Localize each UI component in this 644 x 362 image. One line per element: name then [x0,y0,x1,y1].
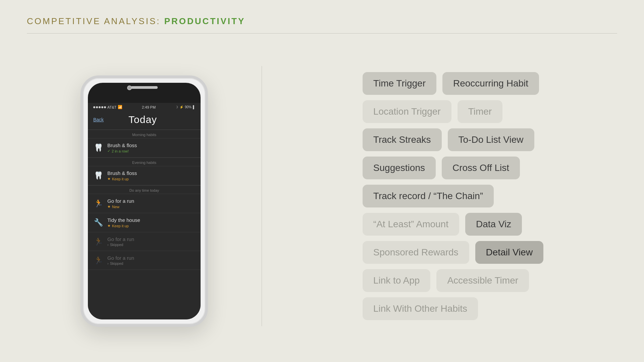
star-icon-evening: ★ [107,177,111,181]
feature-row-4: Suggestions Cross Off List [363,157,543,179]
status-left: AT&T 📶 [93,105,122,109]
feature-row-3: Track Streaks To-Do List View [363,128,543,151]
habit-info-run-1: Go for a run ★ New [107,198,195,209]
habit-name-run-1: Go for a run [107,198,195,204]
habit-item-run-2: 🏃 Go for a run › Skipped [88,232,201,251]
habit-item-tidy: 🔧 Tidy the house ★ Keep it up [88,213,201,232]
phone-speaker [131,86,158,89]
feature-tag-time-trigger[interactable]: Time Trigger [363,72,436,95]
habit-list: Morning habits 🦷 Brush & floss ✓ 2 in a … [88,130,201,270]
section-label-anytime: Do any time today [88,185,201,194]
habit-sub-run-2: › Skipped [107,243,195,247]
feature-row-7: Sponsored Rewards Detail View [363,241,543,264]
run-icon-1: 🏃 [93,198,103,208]
status-right: ☽ ⚡ 90% ▌ [175,105,195,109]
tooth-icon-evening: 🦷 [93,171,103,181]
main-content: AT&T 📶 2:49 PM ☽ ⚡ 90% ▌ [0,34,644,359]
check-icon: ✓ [107,149,110,153]
signal-dot-4 [101,106,103,108]
habit-item-run-3: 🏃 Go for a run › Skipped [88,251,201,270]
header: COMPETITIVE ANALYSIS: PRODUCTIVITY [0,0,644,26]
habit-info-evening: Brush & floss ★ Keep it up [107,170,195,181]
habit-info-tidy: Tidy the house ★ Keep it up [107,217,195,228]
signal-dot-3 [99,106,101,108]
feature-tag-link-habits[interactable]: Link With Other Habits [363,297,478,320]
habit-name-run-2: Go for a run [107,236,195,242]
back-button[interactable]: Back [93,117,104,122]
habit-item-brush-evening: 🦷 Brush & floss ★ Keep it up [88,166,201,185]
tooth-icon-morning: 🦷 [93,143,103,153]
habit-sub-brush-evening: ★ Keep it up [107,177,195,181]
feature-tag-timer[interactable]: Timer [458,100,503,123]
page-title: COMPETITIVE ANALYSIS: PRODUCTIVITY [27,16,617,26]
battery-label: 90% [185,105,192,109]
feature-row-9: Link With Other Habits [363,297,543,320]
feature-tag-track-streaks[interactable]: Track Streaks [363,128,442,151]
habit-name-brush-morning: Brush & floss [107,142,195,148]
feature-tag-reoccurring[interactable]: Reoccurring Habit [442,72,539,95]
run-icon-3: 🏃 [93,255,103,265]
feature-tag-track-record[interactable]: Track record / “The Chain” [363,185,494,207]
feature-tag-accessible-timer[interactable]: Accessible Timer [436,269,529,292]
phone-section: AT&T 📶 2:49 PM ☽ ⚡ 90% ▌ [27,34,262,359]
phone-mockup: AT&T 📶 2:49 PM ☽ ⚡ 90% ▌ [80,75,208,317]
signal-dot-1 [93,106,95,108]
run-icon-2: 🏃 [93,237,103,247]
habit-sub-run-1: ★ New [107,204,195,209]
feature-tag-data-viz[interactable]: Data Viz [465,213,522,236]
phone-inner: AT&T 📶 2:49 PM ☽ ⚡ 90% ▌ [88,83,201,319]
features-section: Time Trigger Reoccurring Habit Location … [262,34,617,359]
phone-screen: AT&T 📶 2:49 PM ☽ ⚡ 90% ▌ [88,103,201,319]
signal-dot-2 [96,106,98,108]
feature-tag-link-app[interactable]: Link to App [363,269,431,292]
signal-dot-5 [104,106,106,108]
bluetooth-icon: ⚡ [179,105,183,109]
chevron-icon-run2: › [107,243,109,247]
habit-name-run-3: Go for a run [107,255,195,261]
moon-icon: ☽ [175,105,178,109]
feature-row-2: Location Trigger Timer [363,100,543,123]
habit-item-brush-morning: 🦷 Brush & floss ✓ 2 in a row! [88,138,201,158]
status-bar: AT&T 📶 2:49 PM ☽ ⚡ 90% ▌ [88,103,201,111]
feature-tag-cross-off[interactable]: Cross Off List [442,157,520,179]
time-label: 2:49 PM [142,105,156,109]
battery-icon: ▌ [193,105,195,109]
habit-sub-brush-morning: ✓ 2 in a row! [107,149,195,153]
title-static: COMPETITIVE ANALYSIS: [27,16,164,26]
feature-row-6: “At Least” Amount Data Viz [363,213,543,236]
carrier-label: AT&T [107,105,116,109]
title-highlight: PRODUCTIVITY [164,16,246,26]
feature-tag-sponsored-rewards[interactable]: Sponsored Rewards [363,241,469,264]
feature-row-1: Time Trigger Reoccurring Habit [363,72,543,95]
habit-name-brush-evening: Brush & floss [107,170,195,176]
feature-tag-todo-list[interactable]: To-Do List View [448,128,534,151]
phone-outer: AT&T 📶 2:49 PM ☽ ⚡ 90% ▌ [80,75,208,327]
habit-sub-tidy: ★ Keep it up [107,224,195,228]
page-background: COMPETITIVE ANALYSIS: PRODUCTIVITY [0,0,644,362]
app-header: Back Today [88,111,201,130]
habit-info-run-3: Go for a run › Skipped [107,255,195,265]
chevron-icon-run3: › [107,261,109,265]
feature-row-5: Track record / “The Chain” [363,185,543,207]
tidy-icon: 🔧 [93,218,103,228]
star-icon-tidy: ★ [107,224,111,228]
features-grid: Time Trigger Reoccurring Habit Location … [363,72,543,320]
section-label-evening: Evening habits [88,158,201,166]
habit-sub-run-3: › Skipped [107,261,195,265]
habit-item-run-1: 🏃 Go for a run ★ New [88,194,201,213]
habit-name-tidy: Tidy the house [107,217,195,223]
habit-info-run-2: Go for a run › Skipped [107,236,195,247]
feature-tag-at-least[interactable]: “At Least” Amount [363,213,459,236]
feature-tag-suggestions[interactable]: Suggestions [363,157,436,179]
habit-info-morning: Brush & floss ✓ 2 in a row! [107,142,195,153]
wifi-icon: 📶 [118,105,122,109]
feature-tag-detail-view[interactable]: Detail View [475,241,544,264]
signal-dots [93,106,106,108]
star-icon-run1: ★ [107,204,111,209]
section-label-morning: Morning habits [88,130,201,138]
app-title: Today [128,114,157,125]
feature-tag-location-trigger[interactable]: Location Trigger [363,100,451,123]
feature-row-8: Link to App Accessible Timer [363,269,543,292]
